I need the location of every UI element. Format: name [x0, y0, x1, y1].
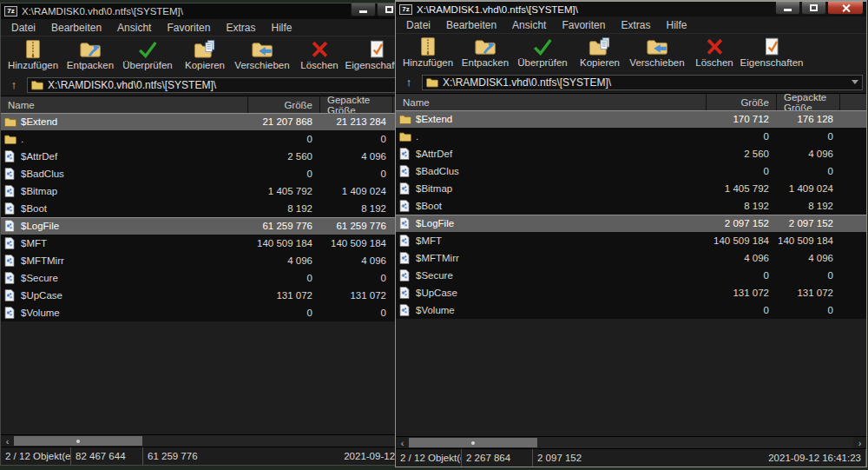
column-header-size[interactable]: Größe [706, 94, 776, 110]
file-row[interactable]: $Extend 170 712 176 128 [396, 110, 866, 128]
test-button[interactable]: Überprüfen [119, 36, 176, 70]
file-size: 0 [706, 162, 776, 180]
column-header-name[interactable]: Name [1, 96, 247, 113]
minimize-button[interactable] [351, 3, 376, 17]
scroll-left-icon[interactable]: ‹ [396, 437, 409, 448]
test-button[interactable]: Überprüfen [514, 34, 571, 68]
up-directory-button[interactable]: ↑ [4, 78, 23, 91]
file-row[interactable]: $AttrDef 2 560 4 096 [396, 145, 866, 162]
file-icon [399, 252, 411, 264]
file-row[interactable]: $BadClus 0 0 [1, 165, 442, 182]
file-name: $BadClus [21, 169, 64, 179]
menu-item[interactable]: Favoriten [554, 19, 613, 31]
address-combo[interactable]: X:\RAMDISK1.vhd\0.ntfs\[SYSTEM]\ [422, 75, 863, 90]
column-header-name[interactable]: Name [396, 94, 706, 110]
column-header-size[interactable]: Größe [247, 96, 319, 113]
file-row[interactable]: $Bitmap 1 405 792 1 409 024 [396, 180, 866, 197]
address-bar: ↑ X:\RAMDISK0.vhd\0.ntfs\[SYSTEM]\ [1, 76, 442, 96]
file-packed-size: 4 096 [776, 249, 840, 267]
move-arrow-icon [646, 36, 668, 58]
column-header-packed-size[interactable]: Gepackte Größe [776, 94, 840, 110]
delete-button[interactable]: Löschen [291, 36, 348, 70]
properties-button[interactable]: Eigenschaften [743, 34, 800, 68]
titlebar[interactable]: 7z X:\RAMDISK0.vhd\0.ntfs\[SYSTEM]\ [1, 3, 442, 19]
menu-item[interactable]: Favoriten [159, 22, 218, 34]
extract-button[interactable]: Entpacken [457, 34, 514, 68]
file-packed-size: 140 509 184 [776, 232, 840, 249]
menu-item[interactable]: Extras [613, 19, 658, 31]
menu-item[interactable]: Bearbeiten [43, 22, 109, 34]
horizontal-scrollbar[interactable]: ‹ › [396, 436, 866, 448]
file-icon [399, 148, 411, 160]
status-bar: 2 / 12 Objekt(e) markiert2 267 8642 097 … [396, 448, 866, 467]
status-segment: 2021-09-12 16:41:23 [764, 449, 866, 467]
menu-item[interactable]: Datei [3, 22, 43, 34]
copy-button[interactable]: Kopieren [176, 36, 233, 70]
address-bar: ↑ X:\RAMDISK1.vhd\0.ntfs\[SYSTEM]\ [396, 73, 866, 93]
file-row[interactable]: $LogFile 61 259 776 61 259 776 [1, 217, 442, 235]
file-row[interactable]: $UpCase 131 072 131 072 [1, 287, 442, 304]
menu-item[interactable]: Ansicht [109, 22, 159, 34]
move-button[interactable]: Verschieben [628, 34, 686, 68]
file-name: $Secure [416, 270, 453, 281]
folder-icon [399, 113, 411, 125]
address-combo[interactable]: X:\RAMDISK0.vhd\0.ntfs\[SYSTEM]\ [27, 77, 438, 93]
menu-item[interactable]: Extras [218, 22, 263, 34]
file-row[interactable]: $LogFile 2 097 152 2 097 152 [396, 215, 866, 232]
status-bar: 2 / 12 Objekt(e) markiert82 467 64461 25… [1, 447, 442, 465]
scroll-left-icon[interactable]: ‹ [1, 435, 14, 447]
file-row[interactable]: $BadClus 0 0 [396, 162, 866, 180]
delete-x-icon [308, 38, 331, 61]
move-button[interactable]: Verschieben [233, 36, 291, 70]
file-row[interactable]: $Boot 8 192 8 192 [1, 200, 442, 217]
column-header-packed-size[interactable]: Gepackte Größe [319, 96, 393, 113]
file-row[interactable]: $MFTMirr 4 096 4 096 [1, 252, 442, 269]
file-row[interactable]: $MFT 140 509 184 140 509 184 [396, 232, 866, 249]
menu-item[interactable]: Datei [398, 19, 438, 31]
file-row[interactable]: . 0 0 [396, 128, 866, 145]
file-row[interactable]: $Volume 0 0 [1, 304, 442, 321]
file-row[interactable]: $Bitmap 1 405 792 1 409 024 [1, 182, 442, 200]
delete-button[interactable]: Löschen [686, 34, 743, 68]
status-segment: 61 259 776 [143, 447, 339, 465]
scrollbar-thumb[interactable] [14, 436, 142, 446]
file-row[interactable]: $Extend 21 207 868 21 213 284 [1, 113, 442, 130]
maximize-button[interactable] [801, 2, 826, 15]
file-packed-size: 8 192 [776, 197, 840, 215]
file-row[interactable]: $MFTMirr 4 096 4 096 [396, 249, 866, 267]
close-button[interactable] [827, 2, 864, 15]
properties-check-icon [760, 36, 783, 58]
column-headers: Name Größe Gepackte Größe [396, 93, 866, 110]
add-button[interactable]: Hinzufügen [399, 34, 457, 68]
file-row[interactable]: $MFT 140 509 184 140 509 184 [1, 235, 442, 252]
maximize-icon [810, 4, 818, 11]
file-row[interactable]: $AttrDef 2 560 4 096 [1, 148, 442, 165]
horizontal-scrollbar[interactable]: ‹ › [1, 434, 442, 447]
menu-item[interactable]: Hilfe [263, 22, 299, 34]
file-icon [4, 272, 16, 284]
file-row[interactable]: $UpCase 131 072 131 072 [396, 284, 866, 301]
extract-button[interactable]: Entpacken [62, 36, 119, 70]
file-row[interactable]: $Secure 0 0 [1, 269, 442, 287]
file-size: 131 072 [247, 287, 319, 304]
titlebar[interactable]: 7z X:\RAMDISK1.vhd\0.ntfs\[SYSTEM]\ [396, 1, 866, 17]
file-packed-size: 1 409 024 [776, 180, 840, 197]
add-button[interactable]: Hinzufügen [4, 36, 62, 70]
file-name: $MFT [21, 238, 47, 248]
file-row[interactable]: $Boot 8 192 8 192 [396, 197, 866, 215]
chevron-down-icon[interactable] [852, 80, 858, 84]
up-directory-button[interactable]: ↑ [399, 76, 418, 89]
file-row[interactable]: $Volume 0 0 [396, 301, 866, 319]
scroll-right-icon[interactable]: › [853, 437, 866, 448]
menu-item[interactable]: Bearbeiten [438, 19, 504, 31]
menu-item[interactable]: Ansicht [504, 19, 554, 31]
scrollbar-thumb[interactable] [409, 438, 537, 447]
menu-item[interactable]: Hilfe [658, 19, 694, 31]
minimize-button[interactable] [775, 2, 800, 15]
file-row[interactable]: . 0 0 [1, 130, 442, 148]
file-row[interactable]: $Secure 0 0 [396, 267, 866, 284]
copy-button[interactable]: Kopieren [571, 34, 628, 68]
file-size: 61 259 776 [247, 217, 319, 235]
window-title: X:\RAMDISK0.vhd\0.ntfs\[SYSTEM]\ [22, 6, 183, 17]
file-size: 4 096 [247, 252, 319, 269]
